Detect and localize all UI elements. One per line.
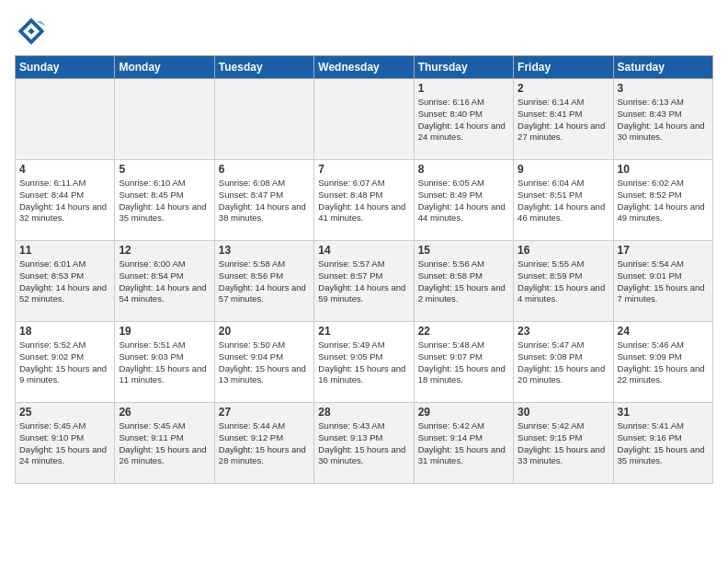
calendar-cell: 18Sunrise: 5:52 AMSunset: 9:02 PMDayligh… bbox=[16, 322, 115, 403]
calendar-cell: 22Sunrise: 5:48 AMSunset: 9:07 PMDayligh… bbox=[414, 322, 513, 403]
day-number: 7 bbox=[318, 163, 409, 176]
calendar-cell bbox=[214, 79, 313, 160]
day-number: 8 bbox=[418, 163, 509, 176]
cell-details: Sunrise: 5:54 AMSunset: 9:01 PMDaylight:… bbox=[618, 259, 709, 305]
calendar-cell: 8Sunrise: 6:05 AMSunset: 8:49 PMDaylight… bbox=[414, 160, 513, 241]
calendar-cell: 15Sunrise: 5:56 AMSunset: 8:58 PMDayligh… bbox=[414, 241, 513, 322]
day-number: 28 bbox=[318, 406, 409, 419]
cell-details: Sunrise: 6:07 AMSunset: 8:48 PMDaylight:… bbox=[318, 178, 409, 224]
day-header-saturday: Saturday bbox=[613, 56, 712, 79]
calendar-cell: 30Sunrise: 5:42 AMSunset: 9:15 PMDayligh… bbox=[514, 403, 613, 484]
cell-details: Sunrise: 6:04 AMSunset: 8:51 PMDaylight:… bbox=[518, 178, 609, 224]
calendar-cell: 7Sunrise: 6:07 AMSunset: 8:48 PMDaylight… bbox=[314, 160, 414, 241]
cell-details: Sunrise: 5:41 AMSunset: 9:16 PMDaylight:… bbox=[618, 420, 709, 467]
day-header-wednesday: Wednesday bbox=[314, 56, 414, 79]
cell-details: Sunrise: 5:47 AMSunset: 9:08 PMDaylight:… bbox=[518, 339, 609, 386]
day-number: 3 bbox=[618, 82, 709, 95]
calendar-cell: 31Sunrise: 5:41 AMSunset: 9:16 PMDayligh… bbox=[613, 403, 712, 484]
cell-details: Sunrise: 5:44 AMSunset: 9:12 PMDaylight:… bbox=[219, 420, 310, 467]
calendar-cell: 17Sunrise: 5:54 AMSunset: 9:01 PMDayligh… bbox=[613, 241, 712, 322]
cell-details: Sunrise: 6:13 AMSunset: 8:43 PMDaylight:… bbox=[618, 97, 709, 144]
day-number: 13 bbox=[219, 244, 310, 257]
day-number: 23 bbox=[518, 325, 609, 338]
cell-details: Sunrise: 5:50 AMSunset: 9:04 PMDaylight:… bbox=[219, 339, 310, 386]
calendar-cell: 23Sunrise: 5:47 AMSunset: 9:08 PMDayligh… bbox=[514, 322, 613, 403]
day-header-tuesday: Tuesday bbox=[214, 56, 313, 79]
cell-details: Sunrise: 6:01 AMSunset: 8:53 PMDaylight:… bbox=[19, 259, 110, 305]
cell-details: Sunrise: 6:14 AMSunset: 8:41 PMDaylight:… bbox=[518, 97, 609, 144]
cell-details: Sunrise: 6:05 AMSunset: 8:49 PMDaylight:… bbox=[418, 178, 509, 224]
day-number: 24 bbox=[618, 325, 709, 338]
calendar-cell: 29Sunrise: 5:42 AMSunset: 9:14 PMDayligh… bbox=[414, 403, 513, 484]
cell-details: Sunrise: 5:51 AMSunset: 9:03 PMDaylight:… bbox=[119, 339, 210, 386]
calendar-cell: 4Sunrise: 6:11 AMSunset: 8:44 PMDaylight… bbox=[16, 160, 115, 241]
calendar-cell bbox=[314, 79, 414, 160]
day-number: 4 bbox=[19, 163, 110, 176]
day-number: 30 bbox=[518, 406, 609, 419]
cell-details: Sunrise: 6:10 AMSunset: 8:45 PMDaylight:… bbox=[119, 178, 210, 224]
day-number: 12 bbox=[119, 244, 210, 257]
calendar-cell: 10Sunrise: 6:02 AMSunset: 8:52 PMDayligh… bbox=[613, 160, 712, 241]
cell-details: Sunrise: 5:46 AMSunset: 9:09 PMDaylight:… bbox=[618, 339, 709, 386]
day-number: 16 bbox=[518, 244, 609, 257]
day-number: 15 bbox=[418, 244, 509, 257]
calendar-cell: 19Sunrise: 5:51 AMSunset: 9:03 PMDayligh… bbox=[115, 322, 214, 403]
calendar-cell bbox=[115, 79, 214, 160]
calendar-cell: 11Sunrise: 6:01 AMSunset: 8:53 PMDayligh… bbox=[16, 241, 115, 322]
day-number: 9 bbox=[518, 163, 609, 176]
calendar-cell: 16Sunrise: 5:55 AMSunset: 8:59 PMDayligh… bbox=[514, 241, 613, 322]
day-number: 20 bbox=[219, 325, 310, 338]
calendar-cell bbox=[16, 79, 115, 160]
day-number: 31 bbox=[618, 406, 709, 419]
calendar-cell: 14Sunrise: 5:57 AMSunset: 8:57 PMDayligh… bbox=[314, 241, 414, 322]
day-number: 18 bbox=[19, 325, 110, 338]
calendar-cell: 3Sunrise: 6:13 AMSunset: 8:43 PMDaylight… bbox=[613, 79, 712, 160]
calendar-cell: 13Sunrise: 5:58 AMSunset: 8:56 PMDayligh… bbox=[214, 241, 313, 322]
calendar-cell: 25Sunrise: 5:45 AMSunset: 9:10 PMDayligh… bbox=[16, 403, 115, 484]
cell-details: Sunrise: 6:00 AMSunset: 8:54 PMDaylight:… bbox=[119, 259, 210, 305]
cell-details: Sunrise: 6:11 AMSunset: 8:44 PMDaylight:… bbox=[19, 178, 110, 224]
cell-details: Sunrise: 5:52 AMSunset: 9:02 PMDaylight:… bbox=[19, 339, 110, 386]
day-number: 17 bbox=[618, 244, 709, 257]
day-number: 26 bbox=[119, 406, 210, 419]
day-number: 29 bbox=[418, 406, 509, 419]
cell-details: Sunrise: 5:45 AMSunset: 9:10 PMDaylight:… bbox=[19, 420, 110, 467]
day-number: 1 bbox=[418, 82, 509, 95]
calendar-cell: 1Sunrise: 6:16 AMSunset: 8:40 PMDaylight… bbox=[414, 79, 513, 160]
calendar-cell: 2Sunrise: 6:14 AMSunset: 8:41 PMDaylight… bbox=[514, 79, 613, 160]
day-number: 27 bbox=[219, 406, 310, 419]
day-header-thursday: Thursday bbox=[414, 56, 513, 79]
calendar-cell: 12Sunrise: 6:00 AMSunset: 8:54 PMDayligh… bbox=[115, 241, 214, 322]
cell-details: Sunrise: 5:56 AMSunset: 8:58 PMDaylight:… bbox=[418, 259, 509, 305]
cell-details: Sunrise: 6:08 AMSunset: 8:47 PMDaylight:… bbox=[219, 178, 310, 224]
day-number: 19 bbox=[119, 325, 210, 338]
calendar-cell: 24Sunrise: 5:46 AMSunset: 9:09 PMDayligh… bbox=[613, 322, 712, 403]
cell-details: Sunrise: 5:58 AMSunset: 8:56 PMDaylight:… bbox=[219, 259, 310, 305]
cell-details: Sunrise: 6:16 AMSunset: 8:40 PMDaylight:… bbox=[418, 97, 509, 144]
cell-details: Sunrise: 5:45 AMSunset: 9:11 PMDaylight:… bbox=[119, 420, 210, 467]
calendar-cell: 5Sunrise: 6:10 AMSunset: 8:45 PMDaylight… bbox=[115, 160, 214, 241]
calendar-cell: 6Sunrise: 6:08 AMSunset: 8:47 PMDaylight… bbox=[214, 160, 313, 241]
cell-details: Sunrise: 5:57 AMSunset: 8:57 PMDaylight:… bbox=[318, 259, 409, 305]
day-number: 5 bbox=[119, 163, 210, 176]
calendar-table: SundayMondayTuesdayWednesdayThursdayFrid… bbox=[15, 55, 713, 484]
logo-icon bbox=[15, 15, 48, 48]
logo bbox=[15, 15, 51, 48]
day-number: 14 bbox=[318, 244, 409, 257]
day-number: 2 bbox=[518, 82, 609, 95]
day-number: 21 bbox=[318, 325, 409, 338]
cell-details: Sunrise: 6:02 AMSunset: 8:52 PMDaylight:… bbox=[618, 178, 709, 224]
cell-details: Sunrise: 5:48 AMSunset: 9:07 PMDaylight:… bbox=[418, 339, 509, 386]
cell-details: Sunrise: 5:49 AMSunset: 9:05 PMDaylight:… bbox=[318, 339, 409, 386]
calendar-cell: 21Sunrise: 5:49 AMSunset: 9:05 PMDayligh… bbox=[314, 322, 414, 403]
day-number: 11 bbox=[19, 244, 110, 257]
day-header-sunday: Sunday bbox=[16, 56, 115, 79]
calendar-cell: 27Sunrise: 5:44 AMSunset: 9:12 PMDayligh… bbox=[214, 403, 313, 484]
day-header-monday: Monday bbox=[115, 56, 214, 79]
calendar-cell: 28Sunrise: 5:43 AMSunset: 9:13 PMDayligh… bbox=[314, 403, 414, 484]
cell-details: Sunrise: 5:55 AMSunset: 8:59 PMDaylight:… bbox=[518, 259, 609, 305]
calendar-cell: 26Sunrise: 5:45 AMSunset: 9:11 PMDayligh… bbox=[115, 403, 214, 484]
cell-details: Sunrise: 5:42 AMSunset: 9:15 PMDaylight:… bbox=[518, 420, 609, 467]
day-number: 10 bbox=[618, 163, 709, 176]
calendar-cell: 20Sunrise: 5:50 AMSunset: 9:04 PMDayligh… bbox=[214, 322, 313, 403]
